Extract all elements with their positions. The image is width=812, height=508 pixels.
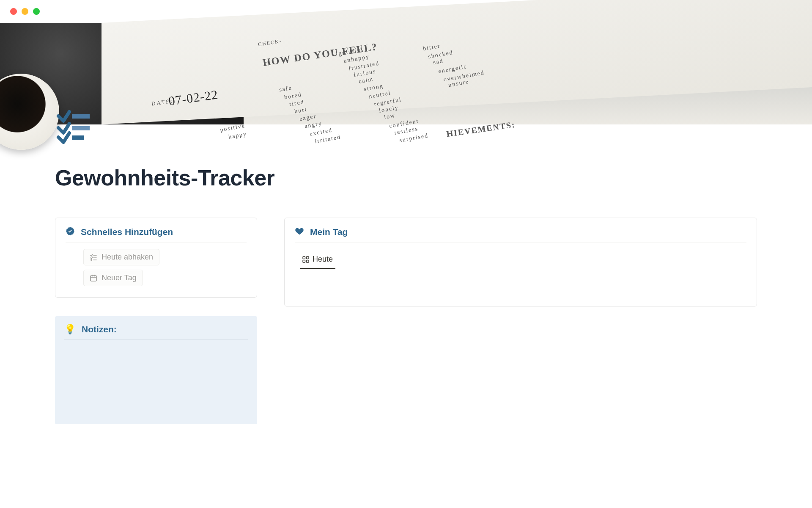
my-day-tabs: Heute [295,251,746,269]
tab-today[interactable]: Heute [300,251,335,269]
lightbulb-icon: 💡 [64,324,76,335]
svg-point-6 [91,259,92,260]
check-off-today-button[interactable]: Heute abhaken [83,249,159,265]
svg-rect-11 [303,257,305,259]
my-day-title: Mein Tag [310,227,348,237]
svg-rect-0 [72,114,90,119]
new-day-button[interactable]: Neuer Tag [83,270,143,286]
checklist-small-icon [90,254,97,261]
tab-today-label: Heute [313,255,333,264]
new-day-label: Neuer Tag [102,273,137,282]
svg-rect-14 [307,260,309,262]
page-title[interactable]: Gewohnheits-Tracker [55,165,757,190]
minimize-window-icon[interactable] [22,8,28,15]
grid-view-icon [302,256,309,263]
heart-icon [295,226,304,237]
notes-card[interactable]: 💡 Notizen: [55,316,257,424]
close-window-icon[interactable] [10,8,17,15]
verified-badge-icon [66,226,75,237]
page-icon-checklist[interactable] [56,108,91,144]
notes-title: Notizen: [82,324,117,334]
zoom-window-icon[interactable] [33,8,40,15]
check-off-today-label: Heute abhaken [102,253,153,262]
quick-add-card: Schnelles Hinzufügen [55,218,257,298]
quick-add-title: Schnelles Hinzufügen [81,227,173,237]
svg-rect-7 [91,276,96,281]
svg-rect-12 [307,257,309,259]
svg-rect-1 [72,126,90,130]
calendar-icon [90,274,97,282]
my-day-card: Mein Tag Heute [284,218,757,306]
page-cover: HOW DO YOU FEEL? DATE: 07-02-22 CHECK- H… [0,23,812,124]
svg-rect-13 [303,260,305,262]
svg-rect-2 [72,135,84,140]
